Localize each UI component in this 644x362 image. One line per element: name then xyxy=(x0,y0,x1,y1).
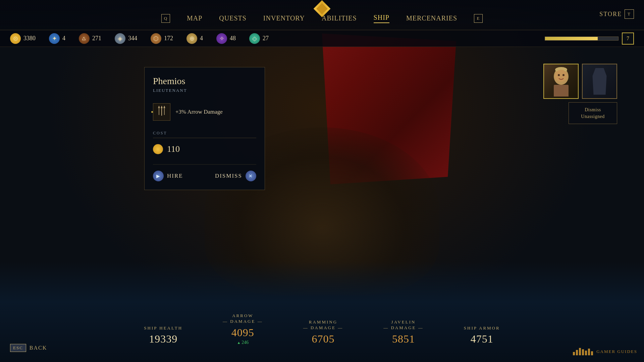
resources-bar: ⊙ 3380 ✦ 4 🜂 271 ◈ 344 ⬡ 172 ⊕ 4 ✧ 48 ◇ … xyxy=(0,30,644,47)
level-badge: 7 xyxy=(622,33,634,45)
stat-ship-armor-label: SHIP ARMOR xyxy=(464,325,500,331)
nav-item-quests[interactable]: Quests xyxy=(219,14,247,22)
back-button[interactable]: ESC BACK xyxy=(10,344,47,352)
svg-point-4 xyxy=(558,74,560,76)
cost-value: 110 xyxy=(153,141,256,158)
watermark-text: GAMER GUIDES xyxy=(596,349,637,354)
xp-bar-outer xyxy=(545,37,619,41)
character-title: Lieutenant xyxy=(153,88,256,93)
nav-item-abilities[interactable]: Abilities xyxy=(322,14,357,22)
nav-item-map[interactable]: Map xyxy=(187,14,202,22)
store-key-badge: T xyxy=(625,9,634,19)
ability-icon-container xyxy=(153,103,170,121)
stat-ramming-label: RAMMING— DAMAGE — xyxy=(303,319,343,331)
resource-ring: ⊕ 4 xyxy=(186,33,203,44)
stat-ship-health-value: 19339 xyxy=(144,333,182,345)
main-content: DismissUnassigned Phemios Lieutenant xyxy=(0,47,644,362)
crew-slots xyxy=(543,64,617,99)
svg-point-3 xyxy=(555,70,567,82)
resource-purple: ✧ 48 xyxy=(216,33,236,44)
top-navigation: Q Map Quests Inventory Abilities Ship Me… xyxy=(0,0,644,30)
stat-ramming-damage: RAMMING— DAMAGE — 6705 xyxy=(303,319,343,345)
xp-bar-fill xyxy=(545,37,598,40)
bar-4 xyxy=(582,349,584,355)
svg-point-5 xyxy=(562,74,565,76)
nav-logo xyxy=(316,3,328,15)
stat-javelin-label: JAVELIN— DAMAGE — xyxy=(383,319,424,331)
logo-diamond xyxy=(314,0,331,17)
store-button[interactable]: STORE T xyxy=(599,9,634,19)
stat-arrow-damage: ARROW— DAMAGE — 4095 246 xyxy=(223,313,263,345)
nav-item-mercenaries[interactable]: Mercenaries xyxy=(406,14,457,22)
key-q-badge: Q xyxy=(161,14,170,23)
nav-key-e[interactable]: E xyxy=(474,14,483,23)
stat-arrow-value: 4095 xyxy=(223,326,263,339)
key-e-badge: E xyxy=(474,14,483,23)
stat-ship-health-label: SHIP HEALTH xyxy=(144,325,182,331)
watermark-bars xyxy=(573,348,593,355)
hire-button[interactable]: ▶ HIRE xyxy=(153,171,183,181)
resource-leather: ⬡ 172 xyxy=(151,33,173,44)
crew-slot-empty xyxy=(583,64,616,98)
nav-item-ship[interactable]: Ship xyxy=(374,14,389,23)
wood-icon: 🜂 xyxy=(79,33,90,44)
gold-icon: ⊙ xyxy=(10,33,21,44)
cost-section: COST 110 xyxy=(153,131,256,158)
cost-coin-icon xyxy=(153,144,163,154)
nav-item-inventory[interactable]: Inventory xyxy=(263,14,305,22)
stat-ship-health: SHIP HEALTH 19339 xyxy=(144,325,182,345)
character-ability: +3% Arrow Damage xyxy=(153,102,256,122)
bar-1 xyxy=(573,352,575,355)
dismiss-unassigned-button[interactable]: DismissUnassigned xyxy=(569,102,617,124)
bar-5 xyxy=(585,351,587,355)
blue-gem-icon: ✦ xyxy=(49,33,60,44)
stat-ramming-value: 6705 xyxy=(303,333,343,345)
svg-rect-1 xyxy=(554,85,569,97)
hire-icon: ▶ xyxy=(153,171,164,181)
nav-key-q[interactable]: Q xyxy=(161,14,170,23)
resource-blue-gem: ✦ 4 xyxy=(49,33,65,44)
crew-slot-2[interactable] xyxy=(582,64,617,99)
xp-bar-container: 7 xyxy=(545,33,634,45)
character-card: Phemios Lieutenant +3% Arrow Damage xyxy=(144,67,265,190)
stat-arrow-bonus: 246 xyxy=(223,340,263,345)
ability-description: +3% Arrow Damage xyxy=(175,109,223,115)
card-actions: ▶ HIRE DISMISS ✕ xyxy=(153,164,256,181)
stat-arrow-label: ARROW— DAMAGE — xyxy=(223,313,263,324)
resource-teal: ◇ 27 xyxy=(249,33,269,44)
cost-label: COST xyxy=(153,131,256,138)
bar-7 xyxy=(591,351,593,355)
crew-portrait-1 xyxy=(544,64,578,98)
leather-icon: ⬡ xyxy=(151,33,161,44)
bottom-stats: SHIP HEALTH 19339 ARROW— DAMAGE — 4095 2… xyxy=(0,313,644,345)
stat-javelin-value: 5851 xyxy=(383,333,424,345)
cost-amount: 110 xyxy=(167,144,180,154)
ring-icon: ⊕ xyxy=(186,33,197,44)
stat-ship-armor: SHIP ARMOR 4751 xyxy=(464,325,500,345)
back-label: BACK xyxy=(30,345,47,351)
stat-javelin-damage: JAVELIN— DAMAGE — 5851 xyxy=(383,319,424,345)
esc-badge: ESC xyxy=(10,344,26,352)
bar-2 xyxy=(576,350,578,355)
teal-icon: ◇ xyxy=(249,33,260,44)
purple-icon: ✧ xyxy=(216,33,227,44)
watermark: GAMER GUIDES xyxy=(573,348,637,355)
ability-dot xyxy=(151,111,153,113)
resource-gold: ⊙ 3380 xyxy=(10,33,36,44)
arrow-ability-icon xyxy=(157,106,166,118)
crew-slot-1[interactable] xyxy=(543,64,579,99)
character-name: Phemios xyxy=(153,76,256,86)
empty-silhouette xyxy=(590,68,610,95)
resource-wood: 🜂 271 xyxy=(79,33,101,44)
stone-icon: ◈ xyxy=(115,33,125,44)
dismiss-icon: ✕ xyxy=(246,171,256,181)
stat-ship-armor-value: 4751 xyxy=(464,333,500,345)
bar-3 xyxy=(579,348,581,355)
dismiss-button[interactable]: DISMISS ✕ xyxy=(215,171,256,181)
resource-stone: ◈ 344 xyxy=(115,33,137,44)
bar-6 xyxy=(588,349,590,355)
